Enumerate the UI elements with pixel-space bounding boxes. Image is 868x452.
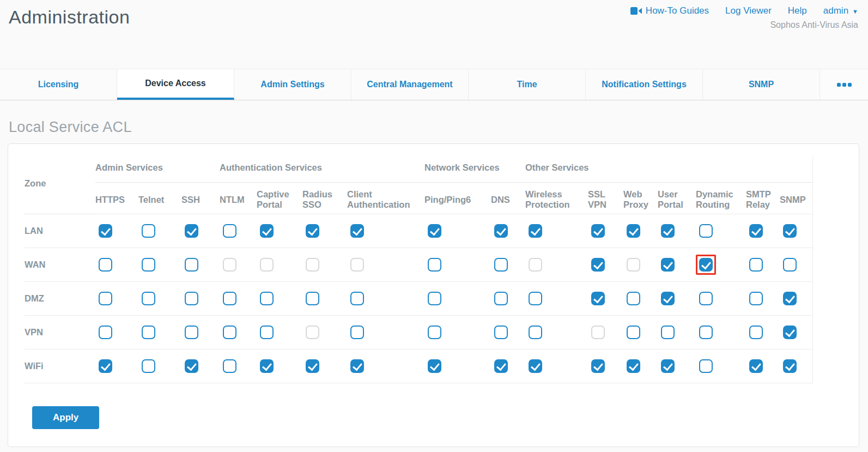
checkbox-dmz-client-authentication[interactable] [347, 288, 367, 309]
checkbox-vpn-ntlm[interactable] [220, 322, 240, 342]
checkbox-dmz-ssl-vpn[interactable] [588, 288, 608, 309]
unchecked-checkbox-icon [749, 292, 763, 305]
column-header-radius-sso: Radius SSO [302, 182, 347, 214]
checkbox-vpn-user-portal[interactable] [658, 322, 678, 342]
checkbox-dmz-ntlm[interactable] [220, 288, 240, 309]
checked-checkbox-icon [661, 359, 675, 373]
checkbox-lan-telnet[interactable] [138, 221, 159, 241]
unchecked-checkbox-icon [260, 292, 274, 305]
local-service-acl-panel: ZoneAdmin ServicesAuthentication Service… [8, 143, 859, 447]
checkbox-lan-https[interactable] [95, 221, 116, 241]
checkbox-wifi-dns[interactable] [491, 356, 511, 376]
checkbox-dmz-ping-ping6[interactable] [424, 288, 445, 309]
checkbox-vpn-captive-portal[interactable] [257, 322, 277, 342]
checkbox-lan-user-portal[interactable] [658, 221, 678, 241]
checkbox-lan-snmp[interactable] [780, 221, 800, 241]
checkbox-wan-user-portal[interactable] [658, 255, 678, 275]
checkbox-dmz-radius-sso[interactable] [302, 288, 323, 309]
checkbox-wan-dynamic-routing[interactable] [696, 255, 716, 275]
checkbox-dmz-captive-portal[interactable] [257, 288, 277, 309]
zone-label-wifi: WiFi [25, 349, 95, 383]
checked-checkbox-icon [260, 224, 274, 238]
checkbox-dmz-wireless-protection[interactable] [525, 288, 545, 309]
tab-time[interactable]: Time [469, 69, 586, 100]
tab-central-management[interactable]: Central Management [351, 69, 469, 100]
checkbox-vpn-ssh[interactable] [181, 322, 202, 342]
tab-notification-settings[interactable]: Notification Settings [586, 69, 703, 100]
checkbox-lan-dynamic-routing[interactable] [696, 221, 716, 241]
checkbox-lan-wireless-protection[interactable] [525, 221, 545, 241]
checkbox-vpn-dns[interactable] [491, 322, 511, 342]
admin-menu[interactable]: admin ▼ [823, 5, 858, 16]
checkbox-wifi-ssl-vpn[interactable] [588, 356, 608, 376]
how-to-guides-link[interactable]: How-To Guides [630, 5, 709, 16]
checkbox-wifi-dynamic-routing[interactable] [696, 356, 716, 376]
checkbox-vpn-web-proxy[interactable] [623, 322, 644, 342]
checkbox-dmz-dns[interactable] [491, 288, 511, 309]
checkbox-lan-ssh[interactable] [181, 221, 202, 241]
log-viewer-link[interactable]: Log Viewer [725, 5, 772, 16]
checkbox-wan-https[interactable] [95, 255, 116, 275]
checkbox-wifi-user-portal[interactable] [658, 356, 678, 376]
checkbox-dmz-web-proxy[interactable] [623, 288, 644, 309]
checkbox-wifi-ntlm[interactable] [220, 356, 240, 376]
checkbox-dmz-user-portal[interactable] [658, 288, 678, 309]
checkbox-vpn-ssl-vpn [588, 322, 608, 342]
checkbox-wan-telnet[interactable] [138, 255, 159, 275]
checkbox-wifi-ssh[interactable] [181, 356, 202, 376]
checkbox-wifi-web-proxy[interactable] [623, 356, 644, 376]
checkbox-dmz-dynamic-routing[interactable] [696, 288, 716, 309]
checkbox-wan-ping-ping6[interactable] [424, 255, 445, 275]
tab-licensing[interactable]: Licensing [0, 69, 117, 100]
group-header-admin-services: Admin Services [95, 157, 220, 182]
more-tabs-button[interactable] [820, 69, 868, 100]
checkbox-wan-smtp-relay[interactable] [746, 255, 766, 275]
checkbox-vpn-ping-ping6[interactable] [424, 322, 445, 342]
checkbox-lan-dns[interactable] [491, 221, 511, 241]
checkbox-lan-smtp-relay[interactable] [746, 221, 766, 241]
checkbox-wifi-telnet[interactable] [138, 356, 159, 376]
checkbox-vpn-client-authentication[interactable] [347, 322, 367, 342]
apply-button[interactable]: Apply [32, 406, 99, 429]
checkbox-wifi-https[interactable] [95, 356, 116, 376]
checkbox-lan-ssl-vpn[interactable] [588, 221, 608, 241]
tab-admin-settings[interactable]: Admin Settings [234, 69, 351, 100]
checkbox-wan-ssh[interactable] [181, 255, 202, 275]
column-header-dns: DNS [491, 182, 525, 214]
checkbox-vpn-https[interactable] [95, 322, 116, 342]
checkbox-lan-captive-portal[interactable] [257, 221, 277, 241]
disabled-checkbox-icon [529, 258, 542, 272]
checkbox-wifi-captive-portal[interactable] [257, 356, 277, 376]
checkbox-wifi-smtp-relay[interactable] [746, 356, 766, 376]
checkbox-vpn-smtp-relay[interactable] [746, 322, 766, 342]
help-link[interactable]: Help [788, 5, 807, 16]
checkbox-wifi-radius-sso[interactable] [302, 356, 323, 376]
tab-snmp[interactable]: SNMP [703, 69, 820, 100]
checkbox-vpn-wireless-protection[interactable] [525, 322, 545, 342]
checkbox-dmz-ssh[interactable] [181, 288, 202, 309]
checkbox-dmz-snmp[interactable] [780, 288, 800, 309]
checkbox-lan-client-authentication[interactable] [347, 221, 367, 241]
checkbox-wifi-wireless-protection[interactable] [525, 356, 545, 376]
checkbox-vpn-snmp[interactable] [780, 322, 800, 342]
checkbox-wifi-client-authentication[interactable] [347, 356, 367, 376]
checkbox-wan-ssl-vpn[interactable] [588, 255, 608, 275]
checkbox-dmz-telnet[interactable] [138, 288, 159, 309]
checkbox-dmz-smtp-relay[interactable] [746, 288, 766, 309]
checkbox-wan-snmp[interactable] [780, 255, 800, 275]
checkbox-wifi-ping-ping6[interactable] [424, 356, 445, 376]
checked-checkbox-icon [783, 292, 797, 305]
checkbox-lan-web-proxy[interactable] [623, 221, 644, 241]
unchecked-checkbox-icon [783, 258, 797, 272]
checkbox-vpn-dynamic-routing[interactable] [696, 322, 716, 342]
tab-device-access[interactable]: Device Access [117, 69, 234, 100]
checkbox-lan-ntlm[interactable] [220, 221, 240, 241]
checkbox-lan-ping-ping6[interactable] [424, 221, 445, 241]
checkbox-lan-radius-sso[interactable] [302, 221, 323, 241]
checkbox-vpn-telnet[interactable] [138, 322, 159, 342]
checkbox-dmz-https[interactable] [95, 288, 116, 309]
column-header-user-portal: User Portal [658, 182, 696, 214]
checkbox-wan-dns[interactable] [491, 255, 511, 275]
acl-table-body: LANWANDMZVPNWiFi [25, 214, 812, 383]
checkbox-wifi-snmp[interactable] [780, 356, 800, 376]
